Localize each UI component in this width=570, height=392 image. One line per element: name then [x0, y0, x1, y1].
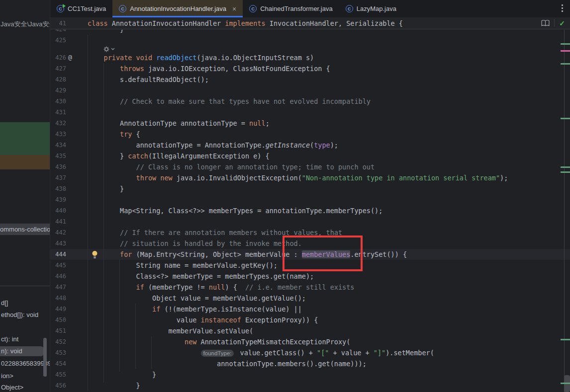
code-line: 430 // Check to make sure that types hav… [50, 96, 570, 107]
code-line: 437 throw new java.io.InvalidObjectExcep… [50, 172, 570, 183]
code-line: 432 AnnotationType annotationType = null… [50, 118, 570, 129]
file-status-band [0, 155, 50, 169]
code-line: 426@ private void readObject(java.io.Obj… [50, 52, 570, 63]
code-line: 440 Map<String, Class<?>> memberTypes = … [50, 205, 570, 216]
code-text: s.defaultReadObject(); [88, 74, 209, 85]
code-vision-row [50, 46, 570, 52]
code-text: // Check to make sure that types have no… [88, 96, 371, 107]
code-editor[interactable]: 424 }425426@ private void readObject(jav… [50, 30, 570, 392]
code-text: // situation is handled by the invoke me… [88, 238, 302, 249]
scrollbar-track[interactable] [564, 30, 565, 392]
gutter [66, 227, 88, 238]
indent-guide [88, 35, 88, 391]
code-text: annotationType.members().get(name))); [88, 358, 367, 369]
editor-tab-bar: CCC1Test.javaCAnnotationInvocationHandle… [50, 0, 570, 17]
line-number: 442 [50, 227, 66, 238]
list-item[interactable]: d[] [1, 298, 50, 308]
change-marker[interactable] [561, 63, 570, 65]
tab-cc1test-java[interactable]: CCC1Test.java [50, 0, 112, 17]
gutter [66, 129, 88, 140]
change-marker[interactable] [561, 339, 570, 340]
code-text: throw new java.io.InvalidObjectException… [88, 172, 508, 183]
line-number: 447 [50, 282, 66, 293]
project-item-commons-collections[interactable]: ommons-collectio [0, 224, 50, 235]
line-number: 435 [50, 151, 66, 161]
tab-label: LazyMap.java [357, 5, 396, 12]
left-side-panel: Java安全\Java安全 ommons-collectio d[]ethod[… [0, 0, 50, 392]
intention-lightbulb-icon[interactable] [92, 250, 98, 261]
close-tab-icon[interactable]: × [232, 5, 236, 12]
line-number: 433 [50, 129, 66, 140]
list-item[interactable]: ct): int [1, 334, 50, 344]
gutter [66, 249, 88, 260]
gutter [66, 30, 88, 35]
gutter [66, 205, 88, 216]
gutter [66, 293, 88, 304]
list-item[interactable]: n): void [0, 346, 44, 356]
code-text: } [88, 380, 140, 391]
code-text: // Class is no longer an annotation type… [88, 161, 375, 172]
code-text: foundType: value.getClass() + "[" + valu… [88, 347, 434, 358]
code-text: new AnnotationTypeMismatchExceptionProxy… [88, 336, 350, 347]
line-number: 454 [50, 358, 66, 369]
line-number: 451 [50, 325, 66, 336]
tab-chainedtransformer-java[interactable]: CChainedTransformer.java [243, 0, 339, 17]
gutter [66, 140, 88, 151]
gutter [66, 314, 88, 325]
code-line: 434 annotationType = AnnotationType.getI… [50, 140, 570, 151]
change-marker[interactable] [561, 50, 570, 52]
code-line: 446 Class<?> memberType = memberTypes.ge… [50, 271, 570, 282]
list-item[interactable]: Object> [1, 383, 50, 392]
tab-annotationinvocationhandler-java[interactable]: CAnnotationInvocationHandler.java× [112, 0, 243, 17]
gutter [66, 161, 88, 172]
change-marker[interactable] [561, 118, 570, 119]
change-marker[interactable] [561, 171, 570, 173]
change-marker[interactable] [561, 43, 570, 45]
gutter [66, 85, 88, 96]
list-item[interactable]: ion> [1, 371, 50, 381]
line-number: 431 [50, 107, 66, 118]
runnable-class-icon: C [57, 5, 64, 12]
line-number: 427 [50, 63, 66, 74]
gutter [66, 260, 88, 271]
parameter-hint-chip: foundType: [201, 350, 234, 357]
line-number: 444 [50, 249, 66, 260]
reader-mode-book-icon[interactable] [541, 20, 550, 26]
inspections-ok-check-icon[interactable]: ✓ [559, 19, 565, 27]
line-number: 455 [50, 369, 66, 380]
gutter [66, 151, 88, 161]
code-line: 449 if (!(memberType.isInstance(value) |… [50, 304, 570, 314]
annotation-gutter-icon: @ [66, 52, 88, 63]
gutter [66, 282, 88, 293]
list-item[interactable]: 02288365839939 [1, 359, 50, 369]
line-number: 428 [50, 74, 66, 85]
more-options-icon[interactable] [562, 4, 563, 12]
toolbar-divider [554, 19, 555, 27]
code-line: 433 try { [50, 129, 570, 140]
panel-scrollbar-thumb[interactable] [43, 338, 47, 377]
change-marker[interactable] [561, 166, 570, 168]
line-number: 429 [50, 85, 66, 96]
code-line: 452 new AnnotationTypeMismatchExceptionP… [50, 336, 570, 347]
gutter [66, 238, 88, 249]
tab-label: AnnotationInvocationHandler.java [130, 5, 226, 12]
gutter [66, 96, 88, 107]
line-number: 456 [50, 380, 66, 391]
gutter [66, 336, 88, 347]
code-text: Class<?> memberType = memberTypes.get(na… [88, 271, 314, 282]
settings-gear-icon[interactable] [103, 46, 115, 52]
line-number: 452 [50, 336, 66, 347]
line-number: 446 [50, 271, 66, 282]
class-icon: C [249, 5, 257, 12]
code-text: } [88, 183, 124, 194]
gutter [66, 194, 88, 205]
code-line: 427 throws java.io.IOException, ClassNot… [50, 63, 570, 74]
list-item[interactable]: ethod[]): void [1, 310, 50, 320]
line-number: 425 [50, 35, 66, 46]
change-marker[interactable] [561, 383, 570, 384]
gutter [66, 369, 88, 380]
gutter [66, 358, 88, 369]
tab-lazymap-java[interactable]: CLazyMap.java [339, 0, 403, 17]
indent-guide [135, 304, 136, 369]
sticky-class-header: 41 class AnnotationInvocationHandler imp… [50, 17, 570, 29]
